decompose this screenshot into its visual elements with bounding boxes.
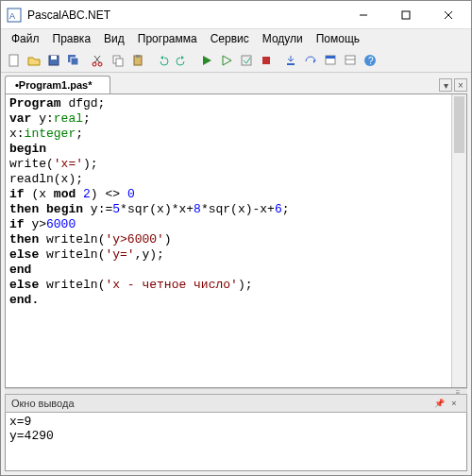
- toolbar: ?: [1, 48, 471, 73]
- new-file-icon[interactable]: [5, 51, 24, 70]
- save-icon[interactable]: [44, 51, 63, 70]
- svg-text:A: A: [9, 11, 15, 21]
- output-pin-icon[interactable]: 📌: [432, 397, 446, 410]
- cut-icon[interactable]: [89, 51, 108, 70]
- window-title: PascalABC.NET: [27, 8, 342, 22]
- output-line: x=9: [9, 415, 31, 429]
- output-line: y=4290: [9, 429, 54, 443]
- run-icon[interactable]: [197, 51, 216, 70]
- svg-rect-20: [262, 57, 270, 64]
- run-no-debug-icon[interactable]: [217, 51, 236, 70]
- tabbar: •Program1.pas* ▾ ×: [1, 73, 471, 94]
- app-icon: A: [7, 8, 22, 23]
- code-content: Program dfgd; var y:real; x:integer; beg…: [6, 94, 466, 310]
- stop-icon[interactable]: [257, 51, 276, 70]
- svg-rect-6: [9, 55, 18, 66]
- tab-label: •Program1.pas*: [15, 79, 93, 91]
- svg-rect-21: [287, 63, 295, 65]
- svg-rect-23: [326, 56, 335, 59]
- menu-program[interactable]: Программа: [131, 30, 204, 47]
- svg-rect-10: [71, 58, 78, 65]
- redo-icon[interactable]: [173, 51, 192, 70]
- output-header: Окно вывода 📌 ×: [5, 394, 467, 413]
- scrollbar-thumb[interactable]: [454, 96, 464, 153]
- compile-icon[interactable]: [237, 51, 256, 70]
- svg-rect-18: [136, 55, 140, 58]
- svg-rect-3: [402, 11, 410, 19]
- copy-icon[interactable]: [109, 51, 127, 70]
- menu-modules[interactable]: Модули: [256, 30, 310, 47]
- help-icon[interactable]: ?: [361, 51, 379, 70]
- tab-close-icon[interactable]: ×: [454, 78, 467, 92]
- undo-icon[interactable]: [153, 51, 172, 70]
- menu-service[interactable]: Сервис: [204, 30, 256, 47]
- svg-text:?: ?: [368, 56, 374, 66]
- new-form-icon[interactable]: [321, 51, 340, 70]
- output-body[interactable]: x=9 y=4290: [5, 413, 467, 471]
- paste-icon[interactable]: [128, 51, 147, 70]
- menu-file[interactable]: Файл: [5, 30, 46, 47]
- output-title: Окно вывода: [11, 398, 75, 409]
- output-close-icon[interactable]: ×: [447, 397, 461, 410]
- menubar: Файл Правка Вид Программа Сервис Модули …: [1, 29, 471, 48]
- close-button[interactable]: [427, 2, 469, 28]
- svg-rect-8: [51, 56, 57, 60]
- step-into-icon[interactable]: [281, 51, 300, 70]
- titlebar: A PascalABC.NET: [1, 1, 471, 29]
- design-icon[interactable]: [341, 51, 360, 70]
- open-file-icon[interactable]: [25, 51, 43, 70]
- minimize-button[interactable]: [342, 2, 384, 28]
- maximize-button[interactable]: [384, 2, 427, 28]
- vertical-scrollbar[interactable]: [451, 94, 466, 387]
- menu-edit[interactable]: Правка: [46, 30, 98, 47]
- file-tab[interactable]: •Program1.pas*: [5, 76, 110, 94]
- code-editor[interactable]: Program dfgd; var y:real; x:integer; beg…: [5, 94, 467, 388]
- output-panel: Окно вывода 📌 × x=9 y=4290: [5, 394, 467, 471]
- menu-view[interactable]: Вид: [97, 30, 131, 47]
- svg-rect-16: [116, 59, 123, 66]
- menu-help[interactable]: Помощь: [310, 30, 366, 47]
- save-all-icon[interactable]: [64, 51, 83, 70]
- step-over-icon[interactable]: [301, 51, 320, 70]
- tab-dropdown-icon[interactable]: ▾: [439, 78, 452, 92]
